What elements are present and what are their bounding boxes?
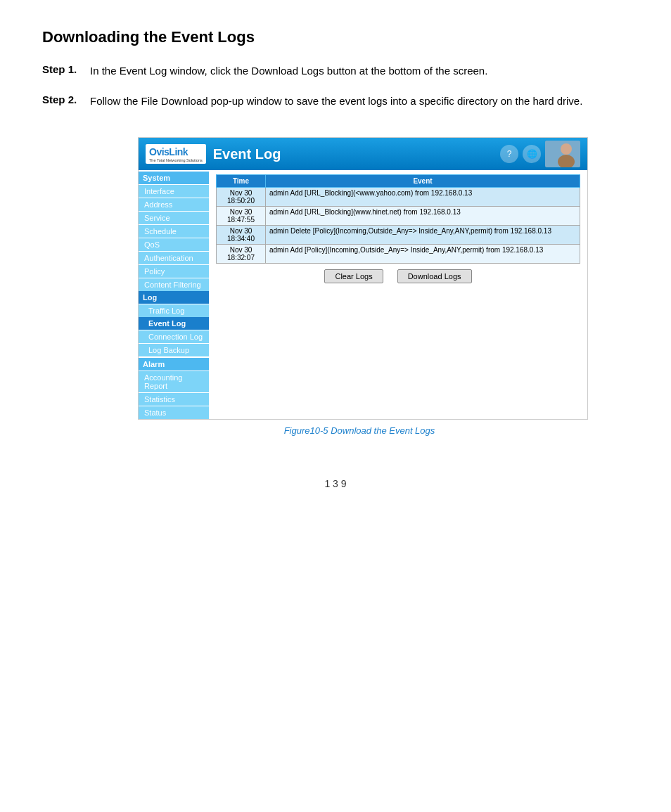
table-row: Nov 30 18:32:07admin Add [Policy](Incomi… <box>217 245 580 264</box>
step-2-block: Step 2. Follow the File Download pop-up … <box>42 94 629 110</box>
header-icons: ? 🌐 <box>500 141 580 167</box>
sidebar-item-qos[interactable]: QoS <box>139 238 209 251</box>
figure-caption: Figure10-5 Download the Event Logs <box>90 425 629 436</box>
cell-event: admin Delete [Policy](Incoming,Outside_A… <box>266 226 580 245</box>
sidebar-item-traffic-log[interactable]: Traffic Log <box>139 304 209 317</box>
event-log-table: Time Event Nov 30 18:50:20admin Add [URL… <box>216 174 580 264</box>
sidebar-item-interface[interactable]: Interface <box>139 185 209 198</box>
ovis-logo: OvisLink The Total Networking Solutions <box>146 144 206 164</box>
step-2-label: Step 2. <box>42 94 90 105</box>
ovis-body: System Interface Address Service Schedul… <box>139 170 587 419</box>
help-icon[interactable]: ? <box>500 145 518 163</box>
sidebar-item-event-log[interactable]: Event Log <box>139 317 209 330</box>
cell-time: Nov 30 18:34:40 <box>217 226 266 245</box>
sidebar-item-authentication[interactable]: Authentication <box>139 252 209 264</box>
page-number: 1 3 9 <box>42 478 629 489</box>
clear-logs-button[interactable]: Clear Logs <box>324 269 383 283</box>
col-time: Time <box>217 175 266 188</box>
col-event: Event <box>266 175 580 188</box>
header-title: Event Log <box>213 146 281 162</box>
step-1-label: Step 1. <box>42 63 90 75</box>
sidebar-item-log[interactable]: Log <box>139 291 209 304</box>
page-title: Downloading the Event Logs <box>42 28 629 46</box>
table-row: Nov 30 18:47:55admin Add [URL_Blocking](… <box>217 207 580 226</box>
sidebar-item-schedule[interactable]: Schedule <box>139 225 209 238</box>
table-row: Nov 30 18:50:20admin Add [URL_Blocking](… <box>217 188 580 207</box>
sidebar: System Interface Address Service Schedul… <box>139 170 209 419</box>
step-1-block: Step 1. In the Event Log window, click t… <box>42 63 629 79</box>
cell-time: Nov 30 18:32:07 <box>217 245 266 264</box>
sidebar-item-log-backup[interactable]: Log Backup <box>139 344 209 356</box>
logo-tagline: The Total Networking Solutions <box>149 158 203 162</box>
sidebar-item-policy[interactable]: Policy <box>139 265 209 278</box>
sidebar-item-content-filtering[interactable]: Content Filtering <box>139 278 209 291</box>
sidebar-item-alarm[interactable]: Alarm <box>139 358 209 370</box>
cell-event: admin Add [URL_Blocking](www.hinet.net) … <box>266 207 580 226</box>
person-photo-svg <box>545 141 580 167</box>
cell-time: Nov 30 18:47:55 <box>217 207 266 226</box>
button-row: Clear Logs Download Logs <box>216 269 580 283</box>
event-log-content: Time Event Nov 30 18:50:20admin Add [URL… <box>209 170 587 419</box>
header-photo <box>545 141 580 167</box>
ovis-header: OvisLink The Total Networking Solutions … <box>139 138 587 170</box>
cell-event: admin Add [Policy](Incoming,Outside_Any=… <box>266 245 580 264</box>
sidebar-item-service[interactable]: Service <box>139 212 209 224</box>
svg-point-1 <box>561 143 572 155</box>
step-1-text: In the Event Log window, click the Downl… <box>90 63 487 79</box>
sidebar-item-address[interactable]: Address <box>139 198 209 211</box>
download-logs-button[interactable]: Download Logs <box>397 269 472 283</box>
cell-time: Nov 30 18:50:20 <box>217 188 266 207</box>
sidebar-item-statistics[interactable]: Statistics <box>139 393 209 406</box>
table-row: Nov 30 18:34:40admin Delete [Policy](Inc… <box>217 226 580 245</box>
figure-container: OvisLink The Total Networking Solutions … <box>138 137 588 420</box>
globe-icon[interactable]: 🌐 <box>523 145 541 163</box>
logo-ovis-text: OvisLink <box>149 146 188 157</box>
sidebar-item-accounting-report[interactable]: Accounting Report <box>139 371 209 392</box>
sidebar-item-system[interactable]: System <box>139 172 209 184</box>
sidebar-item-status[interactable]: Status <box>139 406 209 419</box>
cell-event: admin Add [URL_Blocking](<www.yahoo.com)… <box>266 188 580 207</box>
step-2-text: Follow the File Download pop-up window t… <box>90 94 582 110</box>
sidebar-item-connection-log[interactable]: Connection Log <box>139 330 209 343</box>
